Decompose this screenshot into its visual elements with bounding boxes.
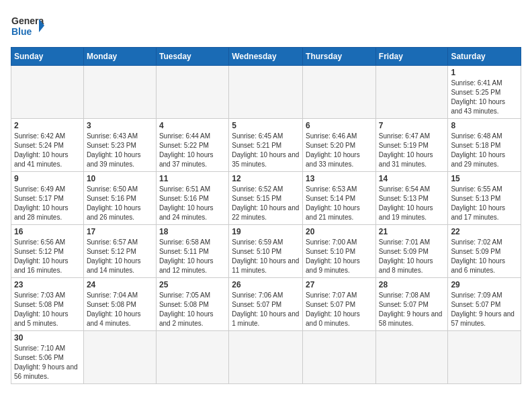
calendar-cell: 24Sunrise: 7:04 AM Sunset: 5:08 PM Dayli… xyxy=(83,278,156,331)
day-info: Sunrise: 6:53 AM Sunset: 5:14 PM Dayligh… xyxy=(306,185,373,222)
day-number: 5 xyxy=(232,121,300,130)
day-info: Sunrise: 6:43 AM Sunset: 5:23 PM Dayligh… xyxy=(87,132,153,169)
day-info: Sunrise: 6:55 AM Sunset: 5:13 PM Dayligh… xyxy=(451,185,518,222)
day-number: 10 xyxy=(87,174,153,183)
day-info: Sunrise: 7:10 AM Sunset: 5:06 PM Dayligh… xyxy=(14,344,81,381)
calendar-cell xyxy=(83,66,156,119)
calendar-cell xyxy=(448,331,521,384)
calendar-cell: 9Sunrise: 6:49 AM Sunset: 5:17 PM Daylig… xyxy=(11,172,84,225)
day-number: 11 xyxy=(159,174,226,183)
day-info: Sunrise: 7:07 AM Sunset: 5:07 PM Dayligh… xyxy=(306,291,373,328)
calendar-cell: 28Sunrise: 7:08 AM Sunset: 5:07 PM Dayli… xyxy=(375,278,448,331)
column-header-friday: Friday xyxy=(375,48,448,66)
day-info: Sunrise: 6:52 AM Sunset: 5:15 PM Dayligh… xyxy=(232,185,300,222)
calendar-cell: 19Sunrise: 6:59 AM Sunset: 5:10 PM Dayli… xyxy=(229,225,303,278)
day-info: Sunrise: 6:45 AM Sunset: 5:21 PM Dayligh… xyxy=(232,132,300,169)
logo-svg: General Blue xyxy=(11,11,44,40)
day-info: Sunrise: 6:49 AM Sunset: 5:17 PM Dayligh… xyxy=(14,185,81,222)
day-info: Sunrise: 6:50 AM Sunset: 5:16 PM Dayligh… xyxy=(87,185,153,222)
day-info: Sunrise: 6:58 AM Sunset: 5:11 PM Dayligh… xyxy=(159,238,226,275)
day-number: 18 xyxy=(159,227,226,236)
day-info: Sunrise: 7:05 AM Sunset: 5:08 PM Dayligh… xyxy=(159,291,226,328)
day-number: 3 xyxy=(87,121,153,130)
day-number: 27 xyxy=(306,280,373,289)
day-number: 2 xyxy=(14,121,81,130)
calendar-cell: 7Sunrise: 6:47 AM Sunset: 5:19 PM Daylig… xyxy=(375,119,448,172)
calendar-cell: 13Sunrise: 6:53 AM Sunset: 5:14 PM Dayli… xyxy=(303,172,376,225)
calendar-cell: 2Sunrise: 6:42 AM Sunset: 5:24 PM Daylig… xyxy=(11,119,84,172)
day-info: Sunrise: 7:03 AM Sunset: 5:08 PM Dayligh… xyxy=(14,291,81,328)
day-number: 4 xyxy=(159,121,226,130)
day-info: Sunrise: 6:44 AM Sunset: 5:22 PM Dayligh… xyxy=(159,132,226,169)
day-info: Sunrise: 7:04 AM Sunset: 5:08 PM Dayligh… xyxy=(87,291,153,328)
calendar-cell: 12Sunrise: 6:52 AM Sunset: 5:15 PM Dayli… xyxy=(229,172,303,225)
calendar-cell xyxy=(156,66,228,119)
day-number: 8 xyxy=(451,121,518,130)
day-number: 25 xyxy=(159,280,226,289)
calendar-cell: 1Sunrise: 6:41 AM Sunset: 5:25 PM Daylig… xyxy=(448,66,521,119)
calendar-cell: 4Sunrise: 6:44 AM Sunset: 5:22 PM Daylig… xyxy=(156,119,228,172)
day-number: 16 xyxy=(14,227,81,236)
day-info: Sunrise: 6:57 AM Sunset: 5:12 PM Dayligh… xyxy=(87,238,153,275)
calendar-cell: 16Sunrise: 6:56 AM Sunset: 5:12 PM Dayli… xyxy=(11,225,84,278)
day-info: Sunrise: 7:00 AM Sunset: 5:10 PM Dayligh… xyxy=(306,238,373,275)
calendar-cell: 22Sunrise: 7:02 AM Sunset: 5:09 PM Dayli… xyxy=(448,225,521,278)
day-number: 26 xyxy=(232,280,300,289)
day-number: 17 xyxy=(87,227,153,236)
column-header-saturday: Saturday xyxy=(448,48,521,66)
svg-text:Blue: Blue xyxy=(11,26,32,37)
day-number: 30 xyxy=(14,333,81,342)
column-header-thursday: Thursday xyxy=(303,48,376,66)
day-info: Sunrise: 6:46 AM Sunset: 5:20 PM Dayligh… xyxy=(306,132,373,169)
day-number: 22 xyxy=(451,227,518,236)
calendar-cell: 29Sunrise: 7:09 AM Sunset: 5:07 PM Dayli… xyxy=(448,278,521,331)
day-number: 21 xyxy=(379,227,445,236)
calendar-cell: 3Sunrise: 6:43 AM Sunset: 5:23 PM Daylig… xyxy=(83,119,156,172)
day-info: Sunrise: 7:06 AM Sunset: 5:07 PM Dayligh… xyxy=(232,291,300,328)
calendar-week-row: 1Sunrise: 6:41 AM Sunset: 5:25 PM Daylig… xyxy=(11,66,521,119)
calendar-cell: 6Sunrise: 6:46 AM Sunset: 5:20 PM Daylig… xyxy=(303,119,376,172)
day-info: Sunrise: 7:09 AM Sunset: 5:07 PM Dayligh… xyxy=(451,291,518,328)
day-number: 20 xyxy=(306,227,373,236)
calendar-cell: 23Sunrise: 7:03 AM Sunset: 5:08 PM Dayli… xyxy=(11,278,84,331)
logo: General Blue xyxy=(11,11,44,40)
day-info: Sunrise: 7:01 AM Sunset: 5:09 PM Dayligh… xyxy=(379,238,445,275)
calendar-cell xyxy=(375,66,448,119)
calendar-week-row: 9Sunrise: 6:49 AM Sunset: 5:17 PM Daylig… xyxy=(11,172,521,225)
calendar-cell: 27Sunrise: 7:07 AM Sunset: 5:07 PM Dayli… xyxy=(303,278,376,331)
calendar-cell: 14Sunrise: 6:54 AM Sunset: 5:13 PM Dayli… xyxy=(375,172,448,225)
calendar-cell: 17Sunrise: 6:57 AM Sunset: 5:12 PM Dayli… xyxy=(83,225,156,278)
day-info: Sunrise: 6:54 AM Sunset: 5:13 PM Dayligh… xyxy=(379,185,445,222)
calendar-cell: 18Sunrise: 6:58 AM Sunset: 5:11 PM Dayli… xyxy=(156,225,228,278)
calendar-cell: 11Sunrise: 6:51 AM Sunset: 5:16 PM Dayli… xyxy=(156,172,228,225)
calendar-week-row: 30Sunrise: 7:10 AM Sunset: 5:06 PM Dayli… xyxy=(11,331,521,384)
calendar-cell: 8Sunrise: 6:48 AM Sunset: 5:18 PM Daylig… xyxy=(448,119,521,172)
calendar-cell: 30Sunrise: 7:10 AM Sunset: 5:06 PM Dayli… xyxy=(11,331,84,384)
calendar-week-row: 2Sunrise: 6:42 AM Sunset: 5:24 PM Daylig… xyxy=(11,119,521,172)
calendar-cell: 21Sunrise: 7:01 AM Sunset: 5:09 PM Dayli… xyxy=(375,225,448,278)
day-info: Sunrise: 6:59 AM Sunset: 5:10 PM Dayligh… xyxy=(232,238,300,275)
day-info: Sunrise: 6:56 AM Sunset: 5:12 PM Dayligh… xyxy=(14,238,81,275)
day-number: 14 xyxy=(379,174,445,183)
day-number: 15 xyxy=(451,174,518,183)
day-number: 23 xyxy=(14,280,81,289)
calendar-cell xyxy=(229,331,303,384)
day-info: Sunrise: 6:47 AM Sunset: 5:19 PM Dayligh… xyxy=(379,132,445,169)
column-header-tuesday: Tuesday xyxy=(156,48,228,66)
day-number: 24 xyxy=(87,280,153,289)
calendar-cell: 5Sunrise: 6:45 AM Sunset: 5:21 PM Daylig… xyxy=(229,119,303,172)
calendar-cell xyxy=(303,331,376,384)
column-header-monday: Monday xyxy=(83,48,156,66)
calendar-cell: 20Sunrise: 7:00 AM Sunset: 5:10 PM Dayli… xyxy=(303,225,376,278)
column-header-sunday: Sunday xyxy=(11,48,84,66)
day-number: 13 xyxy=(306,174,373,183)
calendar-cell xyxy=(303,66,376,119)
day-info: Sunrise: 7:08 AM Sunset: 5:07 PM Dayligh… xyxy=(379,291,445,328)
calendar-cell xyxy=(83,331,156,384)
day-number: 19 xyxy=(232,227,300,236)
day-number: 7 xyxy=(379,121,445,130)
calendar-cell: 25Sunrise: 7:05 AM Sunset: 5:08 PM Dayli… xyxy=(156,278,228,331)
day-number: 9 xyxy=(14,174,81,183)
calendar-cell: 26Sunrise: 7:06 AM Sunset: 5:07 PM Dayli… xyxy=(229,278,303,331)
calendar-cell xyxy=(156,331,228,384)
